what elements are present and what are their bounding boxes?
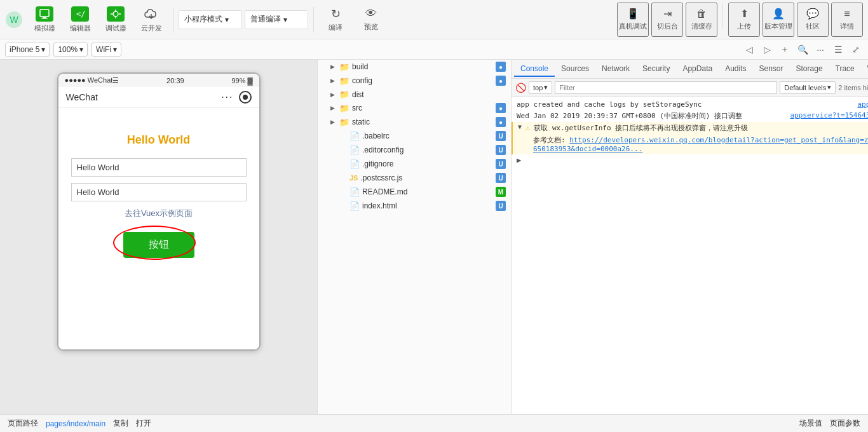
tree-item-gitignore[interactable]: ▶ 📄 .gitignore U xyxy=(318,157,511,171)
items-hidden-text: 2 items hidden by filters xyxy=(838,84,868,91)
tab-sources[interactable]: Sources xyxy=(555,62,595,77)
console-text: Wed Jan 02 2019 20:39:37 GMT+0800 (中国标准时… xyxy=(517,111,786,121)
cloud-label: 云开发 xyxy=(141,24,162,33)
detail-button[interactable]: ≡ 详情 xyxy=(831,3,863,37)
tree-item-static[interactable]: ▶ 📁 static ● xyxy=(318,115,511,129)
detail-icon: ≡ xyxy=(844,8,850,20)
top-chevron: ▾ xyxy=(544,83,548,91)
copy-button[interactable]: 复制 xyxy=(113,418,128,429)
tab-security[interactable]: Security xyxy=(636,62,676,77)
device-select[interactable]: iPhone 5 ▾ xyxy=(5,43,50,57)
tab-console[interactable]: Console xyxy=(514,62,555,77)
phone-page-title: Hello World xyxy=(127,133,191,147)
tree-badge: ● xyxy=(496,103,506,113)
tree-item-babelrc[interactable]: ▶ 📄 .babelrc U xyxy=(318,129,511,143)
tree-arrow: ▶ xyxy=(330,105,337,111)
svg-text:</>: </> xyxy=(76,10,86,18)
console-top-select[interactable]: top ▾ xyxy=(529,81,552,94)
logo: W xyxy=(5,11,23,29)
expand-arrow[interactable]: ▼ xyxy=(518,123,522,130)
list-button[interactable]: ☰ xyxy=(831,43,845,57)
debugger-button[interactable]: 调试器 xyxy=(99,3,132,37)
rotate-left-button[interactable]: ◁ xyxy=(742,43,756,57)
network-select[interactable]: WiFi ▾ xyxy=(92,43,121,57)
phone-input-1[interactable] xyxy=(71,158,247,177)
phone-link[interactable]: 去往Vuex示例页面 xyxy=(125,208,193,219)
console-link[interactable]: https://developers.weixin.qq.com/blogdet… xyxy=(533,136,868,153)
editor-button[interactable]: </> 编辑器 xyxy=(64,3,97,37)
rotate-right-button[interactable]: ▷ xyxy=(760,43,774,57)
compile-icon: ↻ xyxy=(331,7,341,21)
phone-action-button[interactable]: 按钮 xyxy=(123,232,194,258)
search-button[interactable]: 🔍 xyxy=(796,43,810,57)
console-filter-input[interactable] xyxy=(555,81,777,94)
tree-item-readme[interactable]: ▶ 📄 README.md M xyxy=(318,185,511,199)
tab-sensor[interactable]: Sensor xyxy=(753,62,790,77)
clearcache-button[interactable]: 🗑 清缓存 xyxy=(686,3,717,37)
compile-button[interactable]: ↻ 编译 xyxy=(319,3,352,37)
toolbar-right: 📱 真机调试 ⇥ 切后台 🗑 清缓存 ⬆ 上传 👤 版本管理 💬 社区 xyxy=(617,3,863,37)
tab-appdata[interactable]: AppData xyxy=(676,62,719,77)
phone-input-2[interactable] xyxy=(71,183,247,201)
zoom-select[interactable]: 100% ▾ xyxy=(53,43,88,57)
editor-icon: </> xyxy=(71,6,89,22)
add-button[interactable]: ＋ xyxy=(778,43,792,57)
tab-network[interactable]: Network xyxy=(595,62,636,77)
preview-button[interactable]: 👁 预览 xyxy=(355,3,388,37)
top-label: top xyxy=(533,84,543,91)
tab-audits[interactable]: Audits xyxy=(719,62,752,77)
realtest-button[interactable]: 📱 真机调试 xyxy=(617,3,649,37)
upload-icon: ⬆ xyxy=(740,8,749,20)
expand-right-arrow[interactable]: ▶ xyxy=(517,156,521,165)
cloud-button[interactable]: 云开发 xyxy=(135,3,168,37)
tree-item-editorconfig[interactable]: ▶ 📄 .editorconfig U xyxy=(318,143,511,157)
console-expand-line: ▶ xyxy=(512,154,868,166)
console-clear-button[interactable]: 🚫 xyxy=(515,83,526,93)
dots-button[interactable]: ··· xyxy=(813,43,827,57)
tree-item-src[interactable]: ▶ 📁 src ● xyxy=(318,101,511,115)
simulator-icon xyxy=(36,6,53,22)
page-params-button[interactable]: 页面参数 xyxy=(830,418,860,429)
file-icon: 📄 xyxy=(349,132,360,141)
tab-trace[interactable]: Trace xyxy=(829,62,861,77)
divider-1 xyxy=(173,7,173,32)
tree-item-config[interactable]: ▶ 📁 config ● xyxy=(318,74,511,88)
compile-label: 普通编译 xyxy=(250,14,281,25)
folder-icon: 📁 xyxy=(339,76,349,86)
file-icon: 📄 xyxy=(349,145,360,155)
tab-storage[interactable]: Storage xyxy=(790,62,829,77)
cutback-button[interactable]: ⇥ 切后台 xyxy=(651,3,683,37)
tree-item-build[interactable]: ▶ 📁 build ● xyxy=(318,60,511,74)
upload-button[interactable]: ⬆ 上传 xyxy=(728,3,760,37)
mode-select[interactable]: 小程序模式 ▾ xyxy=(179,10,242,29)
scene-button[interactable]: 场景值 xyxy=(799,418,822,429)
compile-select[interactable]: 普通编译 ▾ xyxy=(245,10,308,29)
community-icon: 💬 xyxy=(806,8,819,20)
tree-item-indexhtml[interactable]: ▶ 📄 index.html U xyxy=(318,199,511,213)
cutback-label: 切后台 xyxy=(657,22,678,31)
simulator-label: 模拟器 xyxy=(34,24,55,33)
device-chevron: ▾ xyxy=(41,45,45,54)
simulator-button[interactable]: 模拟器 xyxy=(28,3,61,37)
devtools-panel: Console Sources Network Security AppData… xyxy=(512,60,868,414)
expand-button[interactable]: ⤢ xyxy=(849,43,863,57)
tree-label: dist xyxy=(352,90,506,99)
tab-wxml[interactable]: Wxml xyxy=(861,62,868,77)
tree-item-dist[interactable]: ▶ 📁 dist xyxy=(318,88,511,101)
console-output: app created and cache logs by setStorage… xyxy=(512,97,868,414)
tree-arrow: ▶ xyxy=(330,64,337,70)
version-label: 版本管理 xyxy=(764,22,792,31)
version-button[interactable]: 👤 版本管理 xyxy=(763,3,794,37)
tree-badge: U xyxy=(496,201,506,211)
console-warning-subline: 参考文档: https://developers.weixin.qq.com/b… xyxy=(512,134,868,154)
phone-statusbar: ●●●●● WeChat☰ 20:39 99% ▓ xyxy=(58,74,259,87)
tree-item-postcssrc[interactable]: ▶ JS .postcssrc.js U xyxy=(318,171,511,185)
tree-label: .gitignore xyxy=(362,159,493,168)
console-source[interactable]: appservice?t=1546432772929:3991 xyxy=(790,111,868,119)
phone-simulator: ●●●●● WeChat☰ 20:39 99% ▓ WeChat ··· Hel… xyxy=(0,60,318,414)
console-source[interactable]: app.js? [sm]:97 xyxy=(857,100,868,109)
community-button[interactable]: 💬 社区 xyxy=(797,3,829,37)
console-levels-select[interactable]: Default levels ▾ xyxy=(780,81,836,94)
open-button[interactable]: 打开 xyxy=(136,418,151,429)
tree-arrow: ▶ xyxy=(330,119,337,125)
